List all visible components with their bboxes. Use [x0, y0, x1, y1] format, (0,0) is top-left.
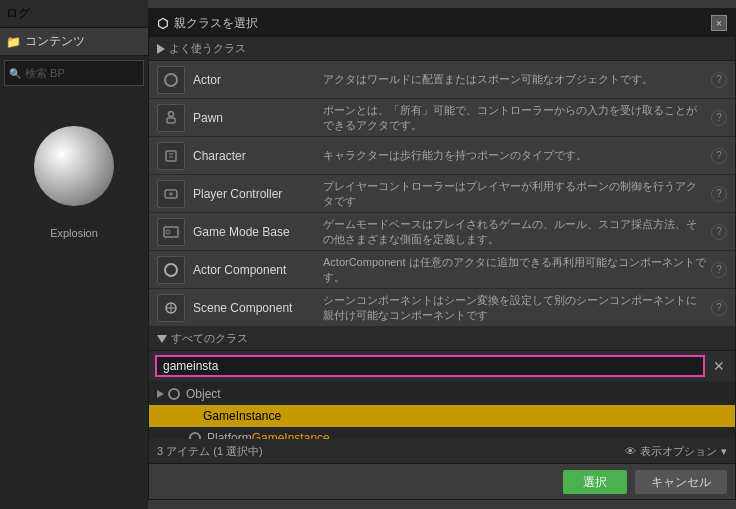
eye-icon: 👁 [625, 445, 636, 457]
class-row-player-controller[interactable]: Player Controller プレイヤーコントローラーはプレイヤーが利用す… [149, 175, 735, 213]
player-controller-desc: プレイヤーコントローラーはプレイヤーが利用するポーンの制御を行うアクタです [323, 179, 707, 208]
scene-component-help-icon[interactable]: ? [711, 300, 727, 316]
object-expand-icon [157, 390, 164, 398]
common-section-label: よく使うクラス [169, 41, 246, 56]
all-classes-section: すべてのクラス ✕ Object GameInstance [149, 327, 735, 463]
svg-rect-1 [167, 118, 175, 123]
pawn-help-icon[interactable]: ? [711, 110, 727, 126]
actor-icon [157, 66, 185, 94]
actor-component-desc: ActorComponent は任意のアクタに追加できる再利用可能なコンポーネン… [323, 255, 707, 284]
game-mode-base-name: Game Mode Base [193, 225, 323, 239]
class-row-character[interactable]: Character キャラクターは歩行能力を持つポーンのタイプです。 ? [149, 137, 735, 175]
tree-item-gameinstance[interactable]: GameInstance [149, 405, 735, 427]
character-help-icon[interactable]: ? [711, 148, 727, 164]
character-icon [157, 142, 185, 170]
player-controller-name: Player Controller [193, 187, 323, 201]
tree-item-object[interactable]: Object [149, 383, 735, 405]
class-row-scene-component[interactable]: Scene Component シーンコンポーネントはシーン変換を設定して別のシ… [149, 289, 735, 327]
cancel-button[interactable]: キャンセル [635, 470, 727, 494]
view-options-arrow-icon: ▾ [721, 445, 727, 458]
game-mode-base-icon [157, 218, 185, 246]
dialog-title: 親クラスを選択 [174, 15, 258, 32]
status-text: 3 アイテム (1 選択中) [157, 444, 263, 459]
pawn-icon [157, 104, 185, 132]
player-controller-icon [157, 180, 185, 208]
gameinstance-rest: nce [262, 409, 281, 423]
scene-component-name: Scene Component [193, 301, 323, 315]
content-header: 📁 コンテンツ [0, 28, 148, 56]
view-options-label: 表示オプション [640, 444, 717, 459]
dialog-close-button[interactable]: × [711, 15, 727, 31]
actor-desc: アクタはワールドに配置またはスポーン可能なオブジェクトです。 [323, 72, 707, 86]
ue-logo-icon: ⬡ [157, 16, 168, 31]
parent-class-dialog: ⬡ 親クラスを選択 × よく使うクラス Actor アクタはワールドに配置または… [148, 8, 736, 500]
ball-label: Explosion [50, 227, 98, 239]
log-tab-label: ログ [6, 5, 30, 22]
class-tree[interactable]: Object GameInstance PlatformGameInstance [149, 381, 735, 439]
scene-component-icon [157, 294, 185, 322]
search-bar: ✕ [149, 351, 735, 381]
pawn-name: Pawn [193, 111, 323, 125]
object-label: Object [186, 387, 221, 401]
actor-component-help-icon[interactable]: ? [711, 262, 727, 278]
ball-preview [34, 126, 114, 206]
scene-component-desc: シーンコンポーネントはシーン変換を設定して別のシーンコンポーネントに親付け可能な… [323, 293, 707, 322]
character-desc: キャラクターは歩行能力を持つポーンのタイプです。 [323, 148, 707, 162]
log-tab[interactable]: ログ [0, 0, 148, 28]
svg-point-0 [169, 111, 174, 116]
class-row-actor[interactable]: Actor アクタはワールドに配置またはスポーン可能なオブジェクトです。 ? [149, 61, 735, 99]
character-name: Character [193, 149, 323, 163]
class-row-game-mode-base[interactable]: Game Mode Base ゲームモードベースはプレイされるゲームの、ルール、… [149, 213, 735, 251]
class-row-actor-component[interactable]: Actor Component ActorComponent は任意のアクタに追… [149, 251, 735, 289]
actor-component-icon [157, 256, 185, 284]
class-search-input[interactable] [155, 355, 705, 377]
dialog-buttons: 選択 キャンセル [149, 463, 735, 499]
svg-point-9 [166, 230, 170, 234]
object-circle-icon [168, 388, 180, 400]
search-bp-placeholder: 検索 BP [25, 66, 65, 81]
actor-name: Actor [193, 73, 323, 87]
player-controller-help-icon[interactable]: ? [711, 186, 727, 202]
gameinstance-expand-icon [173, 413, 181, 420]
gameinstance-match: GameInsta [203, 409, 262, 423]
left-panel: ログ 📁 コンテンツ 🔍 検索 BP Explosion [0, 0, 148, 509]
dialog-titlebar: ⬡ 親クラスを選択 × [149, 9, 735, 37]
gameinstance-circle-icon [185, 410, 197, 422]
actor-help-icon[interactable]: ? [711, 72, 727, 88]
platform-gi-label: PlatformGameInstance [207, 431, 330, 439]
tree-item-platform-gameinstance[interactable]: PlatformGameInstance [149, 427, 735, 439]
actor-component-name: Actor Component [193, 263, 323, 277]
status-bar: 3 アイテム (1 選択中) 👁 表示オプション ▾ [149, 439, 735, 463]
content-label: コンテンツ [25, 33, 85, 50]
svg-rect-2 [166, 151, 176, 161]
expand-icon [157, 44, 165, 54]
view-options-button[interactable]: 👁 表示オプション ▾ [625, 444, 727, 459]
class-row-pawn[interactable]: Pawn ポーンとは、「所有」可能で、コントローラーからの入力を受け取ることがで… [149, 99, 735, 137]
all-classes-expand-icon [157, 335, 167, 343]
gameinstance-label: GameInstance [203, 409, 281, 423]
platform-gi-match: GameInstance [252, 431, 330, 439]
select-button[interactable]: 選択 [563, 470, 627, 494]
search-clear-button[interactable]: ✕ [709, 358, 729, 374]
pawn-desc: ポーンとは、「所有」可能で、コントローラーからの入力を受け取ることができるアクタ… [323, 103, 707, 132]
all-classes-label: すべてのクラス [171, 331, 248, 346]
search-bp-bar[interactable]: 🔍 検索 BP [4, 60, 144, 86]
game-mode-base-desc: ゲームモードベースはプレイされるゲームの、ルール、スコア採点方法、その他さまざま… [323, 217, 707, 246]
game-mode-base-help-icon[interactable]: ? [711, 224, 727, 240]
common-classes-header[interactable]: よく使うクラス [149, 37, 735, 61]
platform-gi-circle-icon [189, 432, 201, 439]
class-list: Actor アクタはワールドに配置またはスポーン可能なオブジェクトです。 ? P… [149, 61, 735, 327]
all-classes-header[interactable]: すべてのクラス [149, 327, 735, 351]
